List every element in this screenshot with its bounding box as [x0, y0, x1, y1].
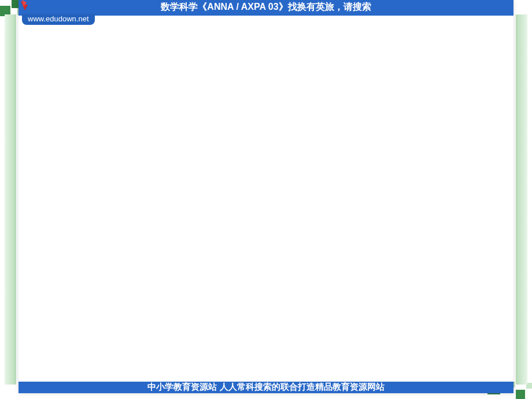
footer-text: 中小学教育资源站 人人常科搜索的联合打造精品教育资源网站	[147, 382, 384, 391]
logo-icon	[20, 0, 30, 13]
header-bar: 数学科学《ANNA / AXPA 03》找换有英旅，请搜索	[19, 0, 513, 16]
slide-container: 数学科学《ANNA / AXPA 03》找换有英旅，请搜索 www.edudow…	[19, 0, 513, 393]
url-badge: www.edudown.net	[22, 14, 95, 25]
decoration-square	[516, 390, 525, 399]
page-container: 数学科学《ANNA / AXPA 03》找换有英旅，请搜索 www.edudow…	[0, 0, 532, 399]
right-border-decoration	[516, 14, 527, 385]
left-border-decoration	[5, 14, 16, 385]
url-text: www.edudown.net	[28, 14, 89, 23]
footer-bar: 中小学教育资源站 人人常科搜索的联合打造精品教育资源网站	[19, 382, 513, 393]
slide-content-area	[19, 26, 513, 382]
header-title: 数学科学《ANNA / AXPA 03》找换有英旅，请搜索	[161, 2, 371, 12]
